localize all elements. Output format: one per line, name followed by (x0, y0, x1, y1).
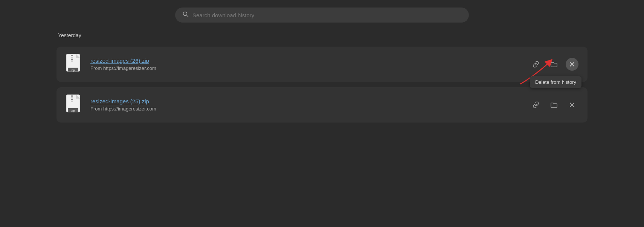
svg-rect-22 (71, 101, 73, 102)
svg-line-1 (187, 15, 188, 17)
delete-button-1[interactable] (566, 58, 578, 71)
file-source-2: From https://imageresizer.com (90, 106, 523, 112)
file-source-1: From https://imageresizer.com (90, 65, 523, 71)
download-item-1: zip resized-images (26).zip From https:/… (56, 47, 588, 82)
svg-rect-21 (71, 99, 73, 100)
section-label: Yesterday (56, 32, 588, 38)
svg-rect-9 (71, 59, 73, 60)
delete-button-2[interactable] (566, 98, 578, 111)
show-in-folder-button-2[interactable] (548, 98, 560, 111)
delete-tooltip-1: Delete from history (530, 76, 581, 88)
downloads-list: zip resized-images (26).zip From https:/… (56, 47, 588, 123)
download-item-wrapper-2: zip resized-images (25).zip From https:/… (56, 87, 588, 123)
svg-rect-20 (71, 97, 73, 98)
file-info-1: resized-images (26).zip From https://ima… (90, 58, 523, 71)
show-in-folder-button-1[interactable] (548, 58, 560, 71)
copy-link-button-2[interactable] (530, 98, 542, 111)
file-name-1[interactable]: resized-images (26).zip (90, 58, 523, 64)
item-actions-2 (530, 98, 578, 111)
svg-rect-7 (71, 55, 73, 56)
search-bar-area (56, 8, 588, 23)
search-bar (175, 8, 469, 23)
download-item-2: zip resized-images (25).zip From https:/… (56, 87, 588, 123)
file-name-2[interactable]: resized-images (25).zip (90, 98, 523, 104)
file-info-2: resized-images (25).zip From https://ima… (90, 98, 523, 112)
svg-text:zip: zip (72, 69, 75, 72)
svg-rect-19 (71, 95, 73, 97)
file-icon-1: zip (66, 53, 84, 75)
page-container: Yesterday zip (0, 0, 644, 227)
svg-text:zip: zip (72, 109, 75, 112)
search-input[interactable] (192, 12, 461, 18)
file-icon-2: zip (66, 94, 84, 116)
svg-rect-10 (71, 61, 73, 62)
delete-button-container-1: Delete from history (566, 58, 578, 71)
download-item-wrapper-1: zip resized-images (26).zip From https:/… (56, 47, 588, 82)
item-actions-1: Delete from history (530, 58, 578, 71)
svg-rect-8 (71, 57, 73, 58)
search-icon (183, 11, 189, 19)
copy-link-button-1[interactable] (530, 58, 542, 71)
